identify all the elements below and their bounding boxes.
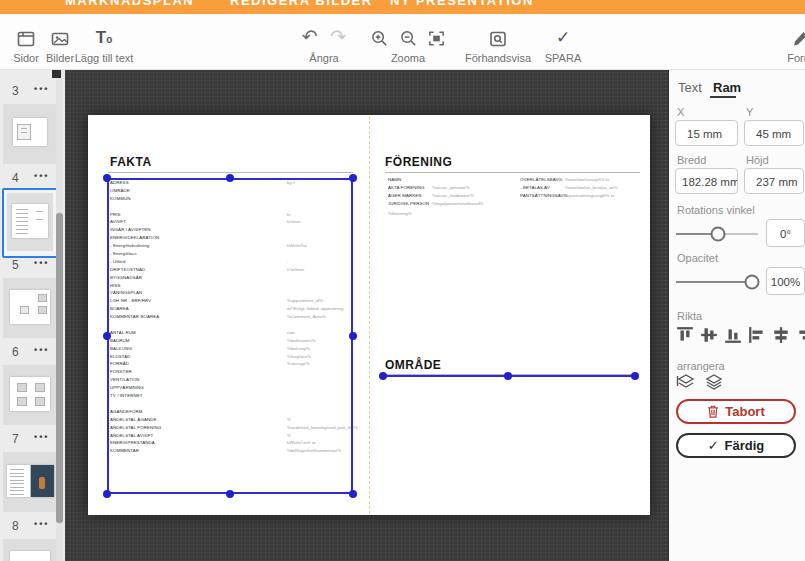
forening-row: ÄGER MARKEN%assoc_landowner% bbox=[388, 193, 516, 201]
frame-handle-mid-right[interactable] bbox=[349, 332, 357, 340]
tab-text[interactable]: Text bbox=[678, 80, 702, 95]
done-button[interactable]: ✓ Färdig bbox=[676, 433, 796, 458]
fact-value: %overlatelseavgift% kr bbox=[565, 177, 609, 182]
rotation-label: Rotations vinkel bbox=[677, 204, 755, 216]
topbar-tab-3[interactable]: NY PRESENTATION bbox=[390, 0, 534, 8]
add-text-icon: To bbox=[66, 26, 142, 50]
opacity-input[interactable]: 100% bbox=[766, 267, 805, 295]
preview-button[interactable]: Förhandsvisa bbox=[458, 26, 538, 64]
align-left-icon[interactable] bbox=[748, 326, 766, 344]
toolbar: Sidor Bilder To Lägg till text ↶ ↷ Ångra bbox=[0, 14, 805, 70]
save-button[interactable]: ✓ SPARA bbox=[540, 26, 586, 64]
page-menu-4[interactable]: ••• bbox=[34, 171, 56, 181]
align-middle-vertical-icon[interactable] bbox=[700, 326, 718, 344]
zoom-fit-icon[interactable] bbox=[427, 29, 446, 48]
forening-right-rows: ÖVERLÅTELSEAVG.%overlatelseavgift% kr- B… bbox=[520, 177, 640, 201]
forening-row: JURIDISK PERSON%legalperson/unallowed% bbox=[388, 201, 516, 209]
save-check-icon: ✓ bbox=[540, 26, 586, 50]
page-number-7: 7 bbox=[12, 432, 19, 446]
page-menu-8[interactable]: ••• bbox=[34, 519, 56, 529]
omrade-handle-mid[interactable] bbox=[504, 372, 512, 380]
delete-label: Tabort bbox=[725, 404, 764, 419]
add-text-button[interactable]: To Lägg till text bbox=[66, 26, 142, 64]
align-label: Rikta bbox=[677, 310, 702, 322]
tab-ram[interactable]: Ram bbox=[713, 80, 741, 95]
forening-footer: %förening% bbox=[388, 211, 412, 216]
fact-value: %assoc_landowner% bbox=[432, 193, 474, 198]
frame-handle-top-mid[interactable] bbox=[226, 174, 234, 182]
send-backward-icon[interactable] bbox=[704, 372, 724, 392]
y-input[interactable]: 45 mm bbox=[744, 120, 804, 146]
done-label: Färdig bbox=[725, 438, 765, 453]
pages-label: Sidor bbox=[8, 52, 44, 64]
page-thumbnail-3[interactable] bbox=[3, 104, 57, 164]
width-input[interactable]: 182.28 mm bbox=[675, 168, 738, 194]
forening-row: - BETALAS AV%overlatelse_betalas_av% bbox=[520, 185, 640, 193]
align-bottom-icon[interactable] bbox=[724, 326, 742, 344]
topbar-tab-1[interactable]: MARKNADSPLAN bbox=[65, 0, 194, 8]
frame-handle-top-right[interactable] bbox=[349, 174, 357, 182]
page-menu-5[interactable]: ••• bbox=[34, 258, 56, 268]
fact-value: %assoc_genuine% bbox=[432, 185, 469, 190]
page-number-5: 5 bbox=[12, 258, 19, 272]
page-number-4: 4 bbox=[12, 171, 19, 185]
fold-guide-line bbox=[369, 116, 370, 514]
frame-handle-mid-left[interactable] bbox=[103, 332, 111, 340]
selected-text-frame[interactable] bbox=[107, 178, 353, 494]
redo-icon[interactable]: ↷ bbox=[330, 26, 346, 48]
y-label: Y bbox=[746, 106, 753, 118]
arrange-label: arrangera bbox=[677, 360, 725, 372]
height-input[interactable]: 237 mm bbox=[744, 168, 804, 194]
omrade-title: OMRÅDE bbox=[385, 358, 441, 372]
form-pencil-icon bbox=[780, 26, 805, 50]
save-label: SPARA bbox=[540, 52, 586, 64]
fact-value: %legalperson/unallowed% bbox=[432, 201, 484, 206]
frame-handle-bottom-left[interactable] bbox=[103, 490, 111, 498]
topbar-tab-2[interactable]: REDIGERA BILDER bbox=[230, 0, 373, 8]
rotation-slider-thumb[interactable] bbox=[711, 227, 726, 242]
sidebar-scroll-up-arrow[interactable] bbox=[52, 70, 61, 78]
form-button[interactable]: Form bbox=[780, 26, 805, 64]
sidebar-scrollbar-thumb[interactable] bbox=[56, 213, 63, 523]
page-thumbnail-6[interactable] bbox=[3, 365, 57, 425]
forening-title: FÖRENING bbox=[385, 155, 452, 169]
page-thumbnail-4-selected[interactable] bbox=[2, 188, 60, 258]
bring-forward-icon[interactable] bbox=[676, 372, 696, 392]
zoom-in-icon[interactable] bbox=[370, 29, 389, 48]
fact-label: PANTSÄTTNINGSAVG. bbox=[520, 193, 568, 198]
fact-label: JURIDISK PERSON bbox=[388, 201, 429, 206]
delete-button[interactable]: Tabort bbox=[676, 399, 796, 424]
fact-label: - BETALAS AV bbox=[520, 185, 550, 190]
fact-label: NAMN bbox=[388, 177, 401, 182]
undo-group: ↶ ↷ Ångra bbox=[296, 26, 352, 64]
frame-handle-top-left[interactable] bbox=[103, 174, 111, 182]
page-thumbnail-8[interactable] bbox=[3, 539, 57, 561]
omrade-handle-right[interactable] bbox=[631, 372, 639, 380]
page-menu-3[interactable]: ••• bbox=[34, 84, 56, 94]
x-input[interactable]: 15 mm bbox=[675, 120, 738, 146]
opacity-slider-fill bbox=[676, 281, 752, 283]
page-menu-7[interactable]: ••• bbox=[34, 432, 56, 442]
opacity-slider-thumb[interactable] bbox=[745, 275, 760, 290]
frame-handle-bottom-mid[interactable] bbox=[226, 490, 234, 498]
frame-handle-bottom-right[interactable] bbox=[349, 490, 357, 498]
page-menu-6[interactable]: ••• bbox=[34, 345, 56, 355]
forening-left-rows: NAMNÄKTA FÖRENING%assoc_genuine%ÄGER MAR… bbox=[388, 177, 516, 209]
align-top-icon[interactable] bbox=[676, 326, 694, 344]
rotation-input[interactable]: 0° bbox=[766, 219, 805, 247]
page-thumbnail-7[interactable] bbox=[3, 452, 57, 512]
forening-row: ÄKTA FÖRENING%assoc_genuine% bbox=[388, 185, 516, 193]
forening-title-rule bbox=[385, 172, 640, 173]
add-text-label: Lägg till text bbox=[66, 52, 142, 64]
omrade-handle-left[interactable] bbox=[379, 372, 387, 380]
zoom-out-icon[interactable] bbox=[399, 29, 418, 48]
fact-label: ÖVERLÅTELSEAVG. bbox=[520, 177, 563, 182]
preview-icon bbox=[458, 26, 538, 50]
align-center-horizontal-icon[interactable] bbox=[772, 326, 790, 344]
active-tab-underline bbox=[710, 96, 736, 98]
align-right-icon[interactable] bbox=[796, 326, 805, 344]
pages-button[interactable]: Sidor bbox=[8, 26, 44, 64]
page-thumbnail-5[interactable] bbox=[3, 278, 57, 338]
fact-label: ÄGER MARKEN bbox=[388, 193, 422, 198]
undo-icon[interactable]: ↶ bbox=[302, 26, 318, 48]
